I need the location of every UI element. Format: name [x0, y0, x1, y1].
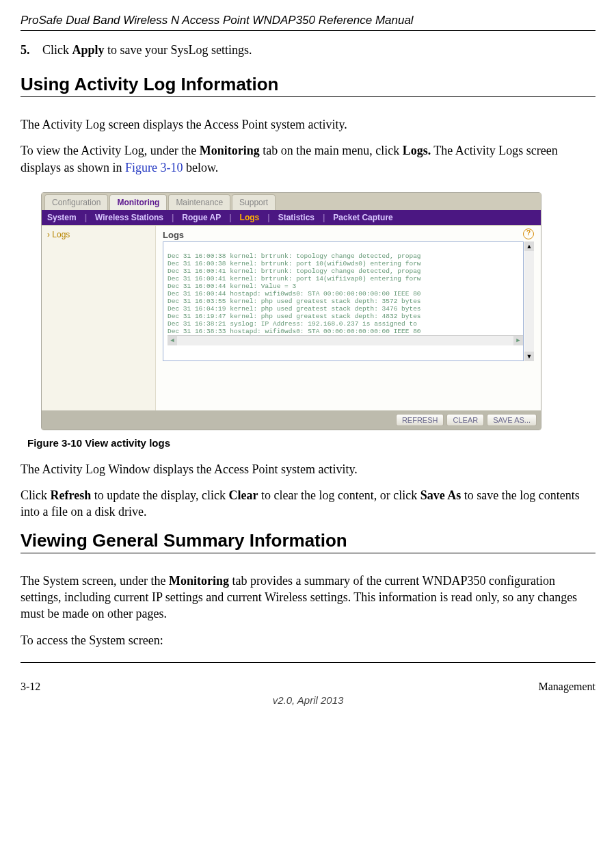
figure-caption: Figure 3-10 View activity logs: [27, 437, 595, 449]
tab-configuration[interactable]: Configuration: [44, 194, 108, 210]
logs-label: Logs.: [403, 144, 431, 157]
embedded-screenshot: Configuration Monitoring Maintenance Sup…: [41, 192, 541, 430]
text-fragment: to clear the log content, or click: [258, 488, 420, 502]
chapter-name: Management: [538, 681, 595, 693]
text-fragment: Click: [21, 488, 51, 502]
text-fragment: Click: [42, 43, 72, 57]
paragraph: The System screen, under the Monitoring …: [21, 573, 595, 622]
action-bar: REFRESH CLEAR SAVE AS...: [42, 410, 541, 430]
help-icon[interactable]: ?: [523, 228, 534, 239]
scroll-track[interactable]: [177, 336, 513, 345]
subtab-statistics[interactable]: Statistics: [278, 213, 314, 222]
sidebar-item-label: Logs: [52, 230, 70, 239]
apply-label: Apply: [72, 43, 105, 57]
section-rule: [21, 553, 595, 553]
log-line: Dec 31 16:00:41 kernel: brtrunk: topolog…: [168, 267, 421, 275]
clear-button[interactable]: CLEAR: [446, 414, 484, 426]
page-footer: 3-12 Management: [21, 681, 595, 693]
divider: |: [267, 213, 269, 222]
content-panel: Logs ? Dec 31 16:00:38 kernel: brtrunk: …: [156, 226, 541, 410]
step-text: Click Apply to save your SysLog settings…: [42, 43, 252, 57]
scroll-up-arrow-icon[interactable]: ▲: [524, 241, 534, 251]
text-fragment: below.: [183, 161, 219, 174]
scroll-down-arrow-icon[interactable]: ▼: [524, 352, 534, 361]
section-heading-activity-log: Using Activity Log Information: [21, 74, 595, 95]
paragraph: Click Refresh to update the display, cli…: [21, 487, 595, 521]
log-line: Dec 31 16:00:38 kernel: brtrunk: port 10…: [168, 260, 421, 267]
section-heading-general-summary: Viewing General Summary Information: [21, 530, 595, 551]
sidebar-item-logs[interactable]: › Logs: [47, 230, 150, 239]
text-fragment: to update the display, click: [91, 488, 228, 502]
paragraph: To view the Activity Log, under the Moni…: [21, 142, 595, 176]
page-number: 3-12: [21, 681, 40, 693]
paragraph: The Activity Log Window displays the Acc…: [21, 461, 595, 477]
text-fragment: The System screen, under the: [21, 574, 169, 588]
section-rule: [21, 96, 595, 97]
scroll-left-arrow-icon[interactable]: ◀: [168, 336, 177, 345]
step-number: 5.: [21, 43, 37, 57]
sidebar: › Logs: [42, 226, 156, 410]
scrollbar-vertical[interactable]: ▲ ▼: [524, 241, 534, 361]
refresh-label: Refresh: [51, 488, 92, 502]
refresh-button[interactable]: REFRESH: [396, 414, 444, 426]
running-header: ProSafe Dual Band Wireless N Access Poin…: [21, 14, 595, 27]
divider: |: [323, 213, 325, 222]
header-rule: [21, 30, 595, 31]
footer-version: v2.0, April 2013: [21, 694, 595, 706]
log-textarea[interactable]: Dec 31 16:00:38 kernel: brtrunk: topolog…: [163, 241, 524, 361]
paragraph: The Activity Log screen displays the Acc…: [21, 116, 595, 133]
tab-support[interactable]: Support: [232, 194, 276, 210]
log-line: Dec 31 16:00:41 kernel: brtrunk: port 14…: [168, 275, 421, 283]
log-line: Dec 31 16:03:55 kernel: php used greates…: [168, 298, 421, 305]
step-5: 5. Click Apply to save your SysLog setti…: [21, 43, 595, 57]
scroll-right-arrow-icon[interactable]: ▶: [513, 336, 523, 345]
subtab-system[interactable]: System: [47, 213, 77, 222]
log-line: Dec 31 16:00:44 hostapd: wifi0wds0: STA …: [168, 290, 421, 298]
log-line: Dec 31 16:00:38 kernel: brtrunk: topolog…: [168, 252, 421, 260]
tab-maintenance[interactable]: Maintenance: [168, 194, 230, 210]
subtab-logs[interactable]: Logs: [240, 213, 260, 222]
log-line: Dec 31 16:38:21 syslog: IP Address: 192.…: [168, 320, 417, 328]
subtab-rogue-ap[interactable]: Rogue AP: [182, 213, 221, 222]
divider: |: [85, 213, 87, 222]
subtab-packet-capture[interactable]: Packet Capture: [333, 213, 392, 222]
top-tabs: Configuration Monitoring Maintenance Sup…: [42, 193, 541, 210]
tab-monitoring[interactable]: Monitoring: [109, 194, 167, 210]
clear-label: Clear: [228, 488, 258, 502]
log-line: Dec 31 16:04:19 kernel: php used greates…: [168, 305, 421, 313]
save-as-button[interactable]: SAVE AS...: [487, 414, 537, 426]
text-fragment: to save your SysLog settings.: [105, 43, 252, 57]
monitoring-label: Monitoring: [200, 144, 260, 157]
divider: |: [172, 213, 174, 222]
text-fragment: tab on the main menu, click: [260, 144, 403, 157]
divider: |: [229, 213, 231, 222]
log-line: Dec 31 16:00:44 kernel: Value = 3: [168, 283, 296, 290]
monitoring-label: Monitoring: [169, 574, 229, 588]
panel-title: Logs ?: [163, 230, 534, 240]
saveas-label: Save As: [420, 488, 461, 502]
paragraph: To access the System screen:: [21, 632, 595, 648]
log-line: Dec 31 16:38:33 hostapd: wifi0wds0: STA …: [168, 328, 421, 335]
sub-tabs: System | Wireless Stations | Rogue AP | …: [42, 210, 541, 225]
log-line: Dec 31 16:19:47 kernel: php used greates…: [168, 313, 421, 320]
figure-link[interactable]: Figure 3-10: [125, 161, 183, 174]
subtab-wireless-stations[interactable]: Wireless Stations: [95, 213, 163, 222]
scroll-track[interactable]: [524, 251, 534, 352]
footer-rule: [21, 662, 595, 663]
text-fragment: To view the Activity Log, under the: [21, 144, 200, 157]
scrollbar-horizontal[interactable]: ◀ ▶: [168, 335, 523, 345]
